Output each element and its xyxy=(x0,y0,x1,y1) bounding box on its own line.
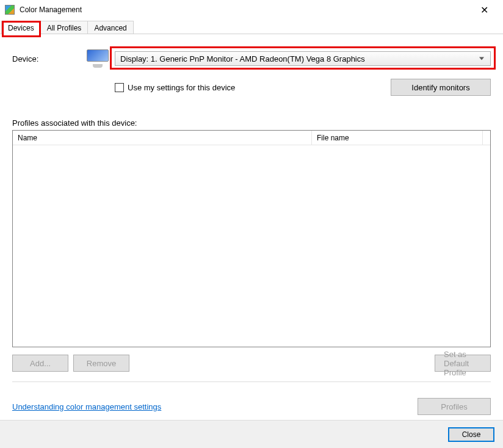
tab-bar: Devices All Profiles Advanced xyxy=(0,20,503,34)
window-title: Color Management xyxy=(20,5,470,14)
list-body[interactable] xyxy=(13,145,490,347)
monitor-icon xyxy=(84,46,111,71)
dialog-footer: Close xyxy=(0,420,503,448)
tab-label: Advanced xyxy=(94,24,126,32)
button-label: Set as Default Profile xyxy=(444,350,482,377)
column-header-file[interactable]: File name xyxy=(312,131,483,145)
profiles-button[interactable]: Profiles xyxy=(418,398,491,415)
color-management-icon xyxy=(5,5,15,15)
column-header-spacer xyxy=(483,131,490,145)
use-my-settings-checkbox[interactable] xyxy=(115,83,124,92)
button-label: Add... xyxy=(30,359,51,368)
device-dropdown-wrap: Display: 1. Generic PnP Monitor - AMD Ra… xyxy=(115,51,491,66)
tab-all-profiles[interactable]: All Profiles xyxy=(40,21,89,34)
button-label: Profiles xyxy=(441,402,467,411)
tab-baseline xyxy=(0,34,503,34)
button-label: Close xyxy=(462,430,481,439)
column-header-label: Name xyxy=(18,134,37,142)
tab-label: Devices xyxy=(8,24,34,32)
button-label: Identify monitors xyxy=(411,83,469,92)
remove-button[interactable]: Remove xyxy=(73,355,129,372)
list-header: Name File name xyxy=(13,131,490,145)
column-header-label: File name xyxy=(317,134,349,142)
device-dropdown-value: Display: 1. Generic PnP Monitor - AMD Ra… xyxy=(120,54,365,63)
link-row: Understanding color management settings … xyxy=(12,398,491,415)
tab-active-cover xyxy=(4,34,38,35)
tab-label: All Profiles xyxy=(47,24,82,32)
tab-devices[interactable]: Devices xyxy=(1,21,41,34)
close-button[interactable]: Close xyxy=(448,427,494,442)
link-label: Understanding color management settings xyxy=(12,402,161,411)
tab-content: Device: Display: 1. Generic PnP Monitor … xyxy=(0,34,503,420)
titlebar: Color Management xyxy=(0,0,503,20)
divider xyxy=(12,381,491,382)
column-header-name[interactable]: Name xyxy=(13,131,312,145)
device-label: Device: xyxy=(12,54,84,63)
device-row: Device: Display: 1. Generic PnP Monitor … xyxy=(12,45,491,72)
button-label: Remove xyxy=(87,359,116,368)
identify-monitors-button[interactable]: Identify monitors xyxy=(391,79,491,96)
close-icon[interactable] xyxy=(470,0,498,20)
use-my-settings-label: Use my settings for this device xyxy=(128,83,391,92)
settings-row: Use my settings for this device Identify… xyxy=(12,77,491,98)
profile-action-buttons: Add... Remove Set as Default Profile xyxy=(12,355,491,372)
understanding-link[interactable]: Understanding color management settings xyxy=(12,402,161,411)
tab-advanced[interactable]: Advanced xyxy=(87,21,133,34)
spacer xyxy=(134,355,435,372)
profiles-associated-label: Profiles associated with this device: xyxy=(12,118,491,128)
add-button[interactable]: Add... xyxy=(12,355,68,372)
device-dropdown[interactable]: Display: 1. Generic PnP Monitor - AMD Ra… xyxy=(115,51,491,66)
profiles-list: Name File name xyxy=(12,130,491,347)
set-default-profile-button[interactable]: Set as Default Profile xyxy=(435,355,491,372)
color-management-window: Color Management Devices All Profiles Ad… xyxy=(0,0,503,448)
